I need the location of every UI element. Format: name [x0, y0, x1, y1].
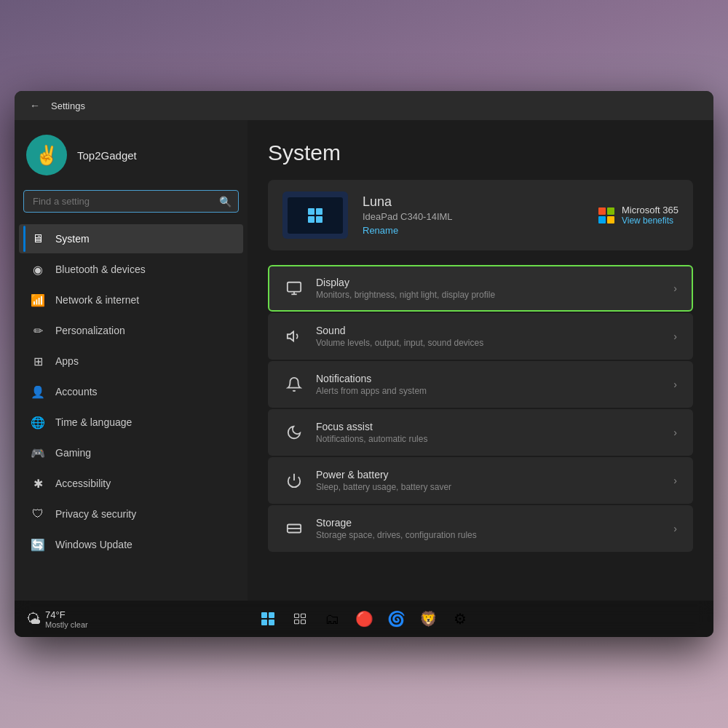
- power-icon: [284, 470, 304, 491]
- notifications-icon: [284, 374, 304, 395]
- task-view-button[interactable]: [286, 605, 314, 633]
- brave-button[interactable]: 🦁: [414, 605, 442, 633]
- windows-start-logo: [261, 612, 274, 625]
- sidebar-item-apps[interactable]: ⊞ Apps: [19, 347, 243, 376]
- computer-info-card: Luna IdeaPad C340-14IML Rename Microsoft…: [268, 180, 693, 250]
- power-item-text: Power & battery Sleep, battery usage, ba…: [316, 469, 662, 492]
- ms365-info: Microsoft 365 View benefits: [622, 205, 678, 226]
- power-item-desc: Sleep, battery usage, battery saver: [316, 482, 662, 492]
- search-input[interactable]: [23, 190, 239, 213]
- back-button[interactable]: ←: [26, 97, 44, 114]
- title-bar: ← Settings: [15, 91, 713, 120]
- settings-taskbar-button[interactable]: ⚙: [446, 605, 474, 633]
- apps-icon: ⊞: [31, 354, 45, 368]
- svg-rect-8: [301, 614, 306, 617]
- window-title: Settings: [51, 100, 85, 111]
- search-box: 🔍: [23, 190, 239, 213]
- thumbnail-screen: [288, 197, 343, 234]
- privacy-icon: 🛡: [31, 507, 45, 521]
- sidebar-item-accessibility-label: Accessibility: [55, 478, 111, 489]
- notifications-item-desc: Alerts from apps and system: [316, 386, 662, 396]
- sidebar-item-privacy-label: Privacy & security: [55, 508, 136, 520]
- username: Top2Gadget: [77, 149, 137, 162]
- sidebar-item-network-label: Network & internet: [55, 294, 139, 306]
- computer-model: IdeaPad C340-14IML: [363, 211, 584, 222]
- display-item-text: Display Monitors, brightness, night ligh…: [316, 277, 662, 300]
- sound-item-text: Sound Volume levels, output, input, soun…: [316, 325, 662, 348]
- display-arrow-icon: ›: [673, 282, 677, 294]
- sound-icon: [284, 326, 304, 347]
- sidebar-item-gaming[interactable]: 🎮 Gaming: [19, 438, 243, 467]
- settings-item-display[interactable]: Display Monitors, brightness, night ligh…: [268, 265, 693, 312]
- storage-icon: [284, 518, 304, 539]
- storage-item-title: Storage: [316, 517, 662, 529]
- settings-item-power[interactable]: Power & battery Sleep, battery usage, ba…: [268, 457, 693, 504]
- sidebar-item-system[interactable]: 🖥 System: [19, 224, 243, 253]
- sidebar-item-accessibility[interactable]: ✱ Accessibility: [19, 469, 243, 498]
- avatar: ✌️: [26, 135, 67, 175]
- weather-icon: 🌤: [26, 611, 41, 628]
- storage-item-desc: Storage space, drives, configuration rul…: [316, 530, 662, 540]
- notifications-arrow-icon: ›: [673, 379, 677, 390]
- storage-item-text: Storage Storage space, drives, configura…: [316, 517, 662, 540]
- personalization-icon: ✏: [31, 323, 45, 338]
- settings-item-sound[interactable]: Sound Volume levels, output, input, soun…: [268, 313, 693, 360]
- weather-temp: 74°F: [45, 609, 88, 620]
- sidebar-item-bluetooth[interactable]: ◉ Bluetooth & devices: [19, 255, 243, 284]
- ms365-subtitle[interactable]: View benefits: [622, 215, 678, 226]
- sidebar-item-accounts-label: Accounts: [55, 386, 98, 397]
- settings-window: ← Settings ✌️ Top2Gadget 🔍 🖥 System: [15, 91, 713, 637]
- computer-name: Luna: [363, 194, 584, 210]
- gaming-icon: 🎮: [31, 446, 45, 460]
- sidebar-item-gaming-label: Gaming: [55, 447, 91, 459]
- focus-icon: [284, 422, 304, 443]
- sidebar-item-time-label: Time & language: [55, 416, 132, 428]
- sidebar-item-accounts[interactable]: 👤 Accounts: [19, 377, 243, 406]
- weather-widget: 🌤 74°F Mostly clear: [26, 609, 88, 629]
- rename-link[interactable]: Rename: [363, 225, 398, 236]
- taskbar: 🌤 74°F Mostly clear 🗂 🔴: [15, 601, 713, 637]
- focus-item-title: Focus assist: [316, 421, 662, 432]
- network-icon: 📶: [31, 293, 45, 307]
- sidebar-item-network[interactable]: 📶 Network & internet: [19, 285, 243, 314]
- sidebar-item-personalization-label: Personalization: [55, 325, 125, 336]
- sidebar-item-privacy[interactable]: 🛡 Privacy & security: [19, 499, 243, 529]
- active-indicator: [23, 226, 25, 252]
- settings-item-storage[interactable]: Storage Storage space, drives, configura…: [268, 505, 693, 552]
- taskbar-center: 🗂 🔴 🌀 🦁 ⚙: [254, 605, 474, 633]
- computer-details: Luna IdeaPad C340-14IML Rename: [363, 194, 584, 237]
- weather-info: 74°F Mostly clear: [45, 609, 88, 629]
- edge-button[interactable]: 🌀: [382, 605, 410, 633]
- svg-rect-10: [301, 620, 306, 624]
- storage-arrow-icon: ›: [673, 523, 677, 534]
- sidebar-item-bluetooth-label: Bluetooth & devices: [55, 264, 146, 275]
- focus-item-text: Focus assist Notifications, automatic ru…: [316, 421, 662, 444]
- sound-item-title: Sound: [316, 325, 662, 336]
- settings-item-notifications[interactable]: Notifications Alerts from apps and syste…: [268, 361, 693, 408]
- focus-item-desc: Notifications, automatic rules: [316, 434, 662, 444]
- ms365-title: Microsoft 365: [622, 205, 678, 215]
- notifications-item-text: Notifications Alerts from apps and syste…: [316, 373, 662, 396]
- svg-marker-3: [288, 332, 293, 341]
- sidebar-item-update-label: Windows Update: [55, 539, 132, 550]
- sidebar-item-personalization[interactable]: ✏ Personalization: [19, 316, 243, 345]
- display-icon: [284, 278, 304, 298]
- sidebar-item-apps-label: Apps: [55, 355, 79, 367]
- sound-item-desc: Volume levels, output, input, sound devi…: [316, 338, 662, 348]
- windows-logo-thumbnail: [308, 208, 323, 223]
- sidebar-item-time[interactable]: 🌐 Time & language: [19, 408, 243, 437]
- search-icon: 🔍: [219, 196, 232, 207]
- file-explorer-button[interactable]: 🗂: [318, 605, 346, 633]
- svg-rect-0: [288, 282, 301, 292]
- chrome-button[interactable]: 🔴: [350, 605, 378, 633]
- system-icon: 🖥: [31, 232, 45, 246]
- display-item-desc: Monitors, brightness, night light, displ…: [316, 290, 662, 300]
- notifications-item-title: Notifications: [316, 373, 662, 384]
- settings-item-focus[interactable]: Focus assist Notifications, automatic ru…: [268, 409, 693, 456]
- start-button[interactable]: [254, 605, 282, 633]
- power-item-title: Power & battery: [316, 469, 662, 480]
- accessibility-icon: ✱: [31, 476, 45, 491]
- settings-list: Display Monitors, brightness, night ligh…: [268, 265, 693, 552]
- sidebar-item-update[interactable]: 🔄 Windows Update: [19, 530, 243, 559]
- sidebar: ✌️ Top2Gadget 🔍 🖥 System ◉ Bluetooth & d…: [15, 120, 248, 601]
